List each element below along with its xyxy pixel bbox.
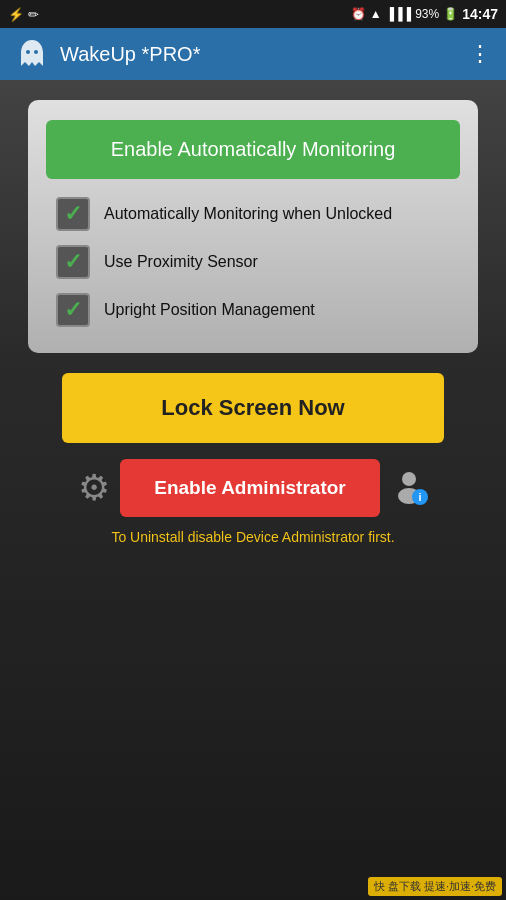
status-time: 14:47 (462, 6, 498, 22)
main-content: Enable Automatically Monitoring ✓ Automa… (0, 80, 506, 565)
enable-administrator-button[interactable]: Enable Administrator (120, 459, 380, 517)
auto-monitoring-label: Automatically Monitoring when Unlocked (104, 205, 392, 223)
svg-point-1 (34, 50, 38, 54)
more-options-icon[interactable]: ⋮ (469, 41, 492, 67)
usb-icon: ⚡ (8, 7, 24, 22)
battery-icon: 🔋 (443, 7, 458, 21)
svg-text:i: i (418, 491, 421, 503)
list-item: ✓ Upright Position Management (56, 293, 450, 327)
wifi-icon: ▲ (370, 7, 382, 21)
admin-info-icon: i (390, 469, 428, 507)
app-icon (14, 36, 50, 72)
checkbox-auto-monitoring[interactable]: ✓ (56, 197, 90, 231)
battery-percent: 93% (415, 7, 439, 21)
svg-point-0 (26, 50, 30, 54)
checkbox-list: ✓ Automatically Monitoring when Unlocked… (46, 197, 460, 327)
lock-screen-button[interactable]: Lock Screen Now (62, 373, 445, 443)
upright-position-label: Upright Position Management (104, 301, 315, 319)
uninstall-notice: To Uninstall disable Device Administrato… (91, 529, 414, 545)
proximity-sensor-label: Use Proximity Sensor (104, 253, 258, 271)
checkbox-proximity-sensor[interactable]: ✓ (56, 245, 90, 279)
list-item: ✓ Use Proximity Sensor (56, 245, 450, 279)
list-item: ✓ Automatically Monitoring when Unlocked (56, 197, 450, 231)
status-right-icons: ⏰ ▲ ▐▐▐ 93% 🔋 14:47 (351, 6, 498, 22)
signal-icon: ▐▐▐ (386, 7, 412, 21)
feature-card: Enable Automatically Monitoring ✓ Automa… (28, 100, 478, 353)
app-title: WakeUp *PRO* (60, 43, 469, 66)
title-bar: WakeUp *PRO* ⋮ (0, 28, 506, 80)
gear-icon: ⚙ (78, 467, 110, 509)
check-icon: ✓ (64, 203, 82, 225)
alarm-icon: ⏰ (351, 7, 366, 21)
admin-row: ⚙ Enable Administrator i (28, 459, 478, 517)
status-left-icons: ⚡ ✏ (8, 7, 39, 22)
status-bar: ⚡ ✏ ⏰ ▲ ▐▐▐ 93% 🔋 14:47 (0, 0, 506, 28)
svg-point-2 (402, 472, 416, 486)
checkbox-upright-position[interactable]: ✓ (56, 293, 90, 327)
check-icon: ✓ (64, 251, 82, 273)
edit-icon: ✏ (28, 7, 39, 22)
check-icon: ✓ (64, 299, 82, 321)
enable-monitoring-button[interactable]: Enable Automatically Monitoring (46, 120, 460, 179)
watermark: 快 盘下载 提速·加速·免费 (368, 877, 502, 896)
